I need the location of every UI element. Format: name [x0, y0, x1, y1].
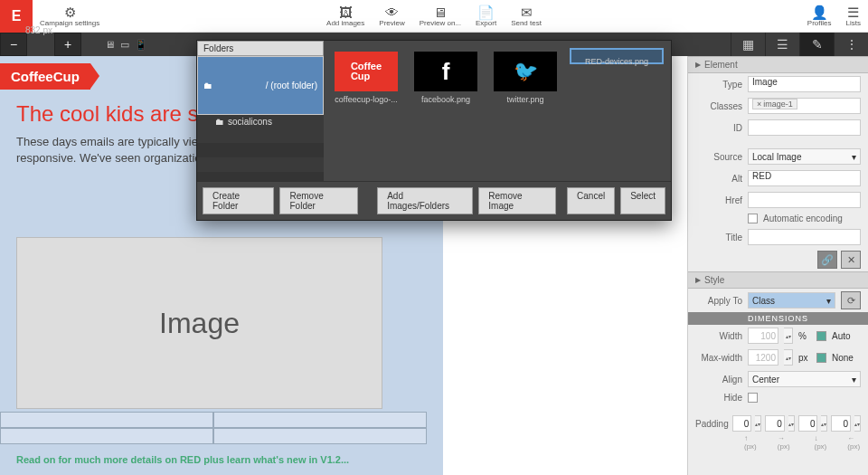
pad-left[interactable]: 0: [831, 415, 851, 432]
brand-logo: CoffeeCup: [0, 63, 90, 90]
element-section-header[interactable]: ▶Element: [688, 56, 868, 73]
apply-to-select[interactable]: Class▾: [748, 292, 835, 309]
main-toolbar: E ⚙ Campaign settings 🖼Add images 👁Previ…: [0, 0, 868, 33]
lists-button[interactable]: ☰Lists: [839, 0, 868, 33]
root-folder[interactable]: 🖿/ (root folder): [197, 56, 324, 115]
link-button[interactable]: 🔗: [817, 251, 837, 269]
code-view-icon[interactable]: ⋮: [834, 33, 868, 56]
select-button[interactable]: Select: [620, 187, 665, 214]
dimensions-header: DIMENSIONS: [688, 312, 868, 325]
export-icon: 📄: [477, 5, 495, 19]
classes-field[interactable]: ×image-1: [748, 98, 861, 114]
footnote-link[interactable]: Read on for much more details on RED plu…: [16, 454, 349, 465]
zoom-out-button[interactable]: −: [0, 33, 27, 56]
maxwidth-stepper[interactable]: ▴▾: [784, 349, 793, 366]
monitor-icon: 🖥: [433, 5, 447, 19]
align-select[interactable]: Center▾: [748, 371, 861, 387]
subfolder-socialicons[interactable]: 🖿socialicons: [197, 115, 324, 128]
cancel-button[interactable]: Cancel: [567, 187, 615, 214]
width-stepper[interactable]: ▴▾: [784, 328, 793, 344]
pad-right[interactable]: 0: [765, 415, 785, 432]
href-field[interactable]: [748, 192, 861, 208]
maxwidth-none-checkbox[interactable]: [816, 353, 826, 363]
auto-encoding-checkbox[interactable]: [748, 214, 758, 223]
phone-icon[interactable]: 📱: [135, 39, 147, 51]
source-select[interactable]: Local Image▾: [748, 148, 861, 165]
add-images-button[interactable]: 🖼Add images: [319, 0, 372, 33]
table-placeholder[interactable]: [0, 412, 427, 444]
folder-icon: 🖿: [215, 117, 224, 127]
create-folder-button[interactable]: Create Folder: [203, 187, 274, 214]
mail-icon: ✉: [521, 5, 533, 19]
title-field[interactable]: [748, 229, 861, 245]
folders-header: Folders: [197, 41, 324, 56]
image-picker-modal: Folders 🖿/ (root folder) 🖿socialicons Co…: [196, 40, 672, 221]
image-placeholder[interactable]: Image: [16, 237, 382, 409]
folder-icon: 🖿: [203, 81, 212, 90]
maxwidth-input[interactable]: 1200: [748, 349, 778, 366]
preview-on-button[interactable]: 🖥Preview on...: [412, 0, 468, 33]
remove-folder-button[interactable]: Remove Folder: [279, 187, 357, 214]
canvas-width-label: 832 px: [16, 25, 61, 35]
thumb-twitter[interactable]: 🐦twitter.png: [490, 48, 561, 108]
width-auto-checkbox[interactable]: [816, 331, 826, 341]
refresh-button[interactable]: ⟳: [841, 291, 861, 309]
thumb-red-devices[interactable]: RED-devices.png: [570, 48, 664, 64]
id-field[interactable]: [748, 119, 861, 136]
export-button[interactable]: 📄Export: [468, 0, 504, 33]
clear-button[interactable]: ✕: [841, 251, 861, 269]
list-icon: ☰: [847, 5, 859, 19]
zoom-in-button[interactable]: +: [54, 33, 81, 56]
tablet-icon[interactable]: ▭: [120, 39, 129, 51]
thumb-facebook[interactable]: ffacebook.png: [410, 48, 481, 108]
profiles-button[interactable]: 👤Profiles: [800, 0, 839, 33]
type-field: Image: [748, 76, 861, 92]
grid-view-icon[interactable]: ▦: [731, 33, 765, 56]
thumb-coffeecup-logo[interactable]: CoffeeCupcoffeecup-logo-...: [331, 48, 401, 108]
gear-icon: ⚙: [64, 5, 76, 19]
thumbnail-grid: CoffeeCupcoffeecup-logo-... ffacebook.pn…: [324, 41, 671, 181]
alt-field[interactable]: RED: [748, 170, 861, 186]
image-icon: 🖼: [339, 5, 353, 19]
hide-checkbox[interactable]: [748, 393, 758, 403]
style-section-header[interactable]: ▶Style: [688, 271, 868, 289]
pad-bottom[interactable]: 0: [798, 415, 818, 432]
add-images-folders-button[interactable]: Add Images/Folders: [377, 187, 473, 214]
edit-view-icon[interactable]: ✎: [799, 33, 834, 56]
pad-top[interactable]: 0: [732, 415, 752, 432]
inspector-panel: ▶Element TypeImage Classes×image-1 ID So…: [687, 56, 868, 475]
list-view-icon[interactable]: ☰: [765, 33, 799, 56]
remove-image-button[interactable]: Remove Image: [478, 187, 556, 214]
folder-tree: Folders 🖿/ (root folder) 🖿socialicons: [197, 41, 324, 181]
eye-icon: 👁: [385, 5, 399, 19]
padding-axis-labels: ↑ (px)→ (px)↓ (px)← (px): [688, 434, 868, 451]
preview-button[interactable]: 👁Preview: [372, 0, 411, 33]
modal-footer: Create Folder Remove Folder Add Images/F…: [197, 181, 671, 220]
send-test-button[interactable]: ✉Send test: [504, 0, 549, 33]
desktop-icon[interactable]: 🖥: [105, 39, 115, 51]
user-icon: 👤: [811, 5, 828, 19]
width-input[interactable]: 100: [748, 328, 778, 344]
